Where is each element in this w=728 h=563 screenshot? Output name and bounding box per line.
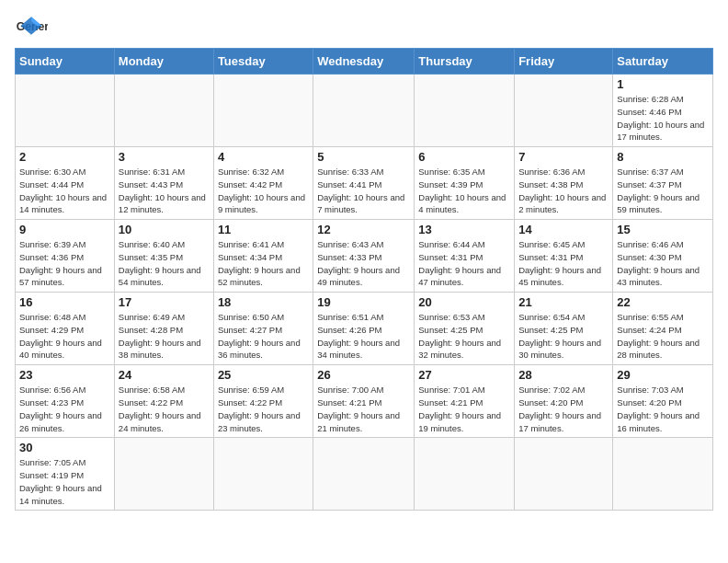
calendar-cell: 8Sunrise: 6:37 AM Sunset: 4:37 PM Daylig…	[613, 147, 713, 220]
day-info: Sunrise: 6:45 AM Sunset: 4:31 PM Dayligh…	[518, 238, 609, 289]
day-number: 7	[518, 150, 609, 164]
day-number: 2	[19, 150, 110, 164]
weekday-header-row: SundayMondayTuesdayWednesdayThursdayFrid…	[16, 49, 713, 75]
day-number: 28	[518, 368, 609, 382]
calendar-cell: 2Sunrise: 6:30 AM Sunset: 4:44 PM Daylig…	[16, 147, 115, 220]
calendar-cell: 13Sunrise: 6:44 AM Sunset: 4:31 PM Dayli…	[415, 220, 515, 293]
day-info: Sunrise: 6:58 AM Sunset: 4:22 PM Dayligh…	[119, 384, 210, 434]
day-number: 5	[317, 150, 410, 164]
day-number: 26	[317, 368, 410, 382]
calendar-cell: 1Sunrise: 6:28 AM Sunset: 4:46 PM Daylig…	[613, 75, 713, 147]
calendar-cell	[515, 438, 613, 511]
calendar-cell: 11Sunrise: 6:41 AM Sunset: 4:34 PM Dayli…	[213, 220, 313, 293]
calendar-cell: 29Sunrise: 7:03 AM Sunset: 4:20 PM Dayli…	[613, 365, 713, 438]
calendar-week-row: 30Sunrise: 7:05 AM Sunset: 4:19 PM Dayli…	[16, 438, 713, 511]
weekday-header-friday: Friday	[515, 49, 613, 75]
day-number: 8	[617, 150, 709, 164]
day-info: Sunrise: 6:37 AM Sunset: 4:37 PM Dayligh…	[617, 166, 709, 216]
day-number: 9	[19, 223, 110, 236]
weekday-header-wednesday: Wednesday	[313, 49, 415, 75]
calendar-cell	[213, 75, 313, 147]
calendar-cell	[313, 75, 415, 147]
day-info: Sunrise: 6:33 AM Sunset: 4:41 PM Dayligh…	[317, 166, 410, 216]
calendar-cell	[415, 438, 515, 511]
day-number: 25	[218, 368, 309, 382]
day-info: Sunrise: 6:48 AM Sunset: 4:29 PM Dayligh…	[19, 311, 110, 362]
weekday-header-sunday: Sunday	[16, 49, 115, 75]
logo: General	[15, 9, 51, 42]
calendar-cell: 9Sunrise: 6:39 AM Sunset: 4:36 PM Daylig…	[16, 220, 115, 293]
calendar-cell: 6Sunrise: 6:35 AM Sunset: 4:39 PM Daylig…	[415, 147, 515, 220]
day-info: Sunrise: 6:31 AM Sunset: 4:43 PM Dayligh…	[119, 166, 210, 216]
weekday-header-thursday: Thursday	[415, 49, 515, 75]
calendar-cell: 30Sunrise: 7:05 AM Sunset: 4:19 PM Dayli…	[16, 438, 115, 511]
calendar-cell: 27Sunrise: 7:01 AM Sunset: 4:21 PM Dayli…	[415, 365, 515, 438]
day-info: Sunrise: 6:36 AM Sunset: 4:38 PM Dayligh…	[518, 166, 609, 216]
calendar-cell: 16Sunrise: 6:48 AM Sunset: 4:29 PM Dayli…	[16, 293, 115, 365]
calendar-cell	[313, 438, 415, 511]
calendar-cell: 28Sunrise: 7:02 AM Sunset: 4:20 PM Dayli…	[515, 365, 613, 438]
day-number: 24	[119, 368, 210, 382]
calendar-cell: 7Sunrise: 6:36 AM Sunset: 4:38 PM Daylig…	[515, 147, 613, 220]
day-number: 15	[617, 223, 709, 236]
calendar-cell: 3Sunrise: 6:31 AM Sunset: 4:43 PM Daylig…	[114, 147, 213, 220]
calendar-cell: 19Sunrise: 6:51 AM Sunset: 4:26 PM Dayli…	[313, 293, 415, 365]
day-number: 22	[617, 295, 709, 309]
day-number: 1	[617, 77, 709, 91]
calendar-cell	[16, 75, 115, 147]
calendar-cell: 15Sunrise: 6:46 AM Sunset: 4:30 PM Dayli…	[613, 220, 713, 293]
day-info: Sunrise: 6:30 AM Sunset: 4:44 PM Dayligh…	[19, 166, 110, 216]
day-info: Sunrise: 6:55 AM Sunset: 4:24 PM Dayligh…	[617, 311, 709, 362]
day-number: 20	[418, 295, 510, 309]
logo-icon: General	[15, 9, 48, 42]
day-number: 12	[317, 223, 410, 236]
weekday-header-saturday: Saturday	[613, 49, 713, 75]
day-number: 18	[218, 295, 309, 309]
day-info: Sunrise: 7:00 AM Sunset: 4:21 PM Dayligh…	[317, 384, 410, 434]
calendar-cell	[515, 75, 613, 147]
calendar-week-row: 1Sunrise: 6:28 AM Sunset: 4:46 PM Daylig…	[16, 75, 713, 147]
calendar-cell: 12Sunrise: 6:43 AM Sunset: 4:33 PM Dayli…	[313, 220, 415, 293]
day-info: Sunrise: 7:02 AM Sunset: 4:20 PM Dayligh…	[518, 384, 609, 434]
calendar-cell	[415, 75, 515, 147]
day-info: Sunrise: 6:56 AM Sunset: 4:23 PM Dayligh…	[19, 384, 110, 434]
calendar-week-row: 9Sunrise: 6:39 AM Sunset: 4:36 PM Daylig…	[16, 220, 713, 293]
day-number: 23	[19, 368, 110, 382]
calendar-cell: 25Sunrise: 6:59 AM Sunset: 4:22 PM Dayli…	[213, 365, 313, 438]
calendar-cell: 22Sunrise: 6:55 AM Sunset: 4:24 PM Dayli…	[613, 293, 713, 365]
day-info: Sunrise: 6:35 AM Sunset: 4:39 PM Dayligh…	[418, 166, 510, 216]
day-info: Sunrise: 6:51 AM Sunset: 4:26 PM Dayligh…	[317, 311, 410, 362]
day-info: Sunrise: 6:41 AM Sunset: 4:34 PM Dayligh…	[218, 238, 309, 289]
day-number: 10	[119, 223, 210, 236]
calendar-week-row: 16Sunrise: 6:48 AM Sunset: 4:29 PM Dayli…	[16, 293, 713, 365]
day-info: Sunrise: 6:53 AM Sunset: 4:25 PM Dayligh…	[418, 311, 510, 362]
calendar-cell: 23Sunrise: 6:56 AM Sunset: 4:23 PM Dayli…	[16, 365, 115, 438]
day-info: Sunrise: 7:05 AM Sunset: 4:19 PM Dayligh…	[19, 456, 110, 507]
calendar-cell	[613, 438, 713, 511]
day-number: 11	[218, 223, 309, 236]
day-info: Sunrise: 7:03 AM Sunset: 4:20 PM Dayligh…	[617, 384, 709, 434]
day-number: 19	[317, 295, 410, 309]
calendar-cell: 17Sunrise: 6:49 AM Sunset: 4:28 PM Dayli…	[114, 293, 213, 365]
day-info: Sunrise: 7:01 AM Sunset: 4:21 PM Dayligh…	[418, 384, 510, 434]
day-info: Sunrise: 6:28 AM Sunset: 4:46 PM Dayligh…	[617, 93, 709, 144]
day-number: 21	[518, 295, 609, 309]
day-number: 29	[617, 368, 709, 382]
day-number: 16	[19, 295, 110, 309]
weekday-header-tuesday: Tuesday	[213, 49, 313, 75]
calendar-cell	[114, 438, 213, 511]
day-number: 27	[418, 368, 510, 382]
calendar-cell	[114, 75, 213, 147]
day-info: Sunrise: 6:49 AM Sunset: 4:28 PM Dayligh…	[119, 311, 210, 362]
day-info: Sunrise: 6:39 AM Sunset: 4:36 PM Dayligh…	[19, 238, 110, 289]
calendar-cell: 4Sunrise: 6:32 AM Sunset: 4:42 PM Daylig…	[213, 147, 313, 220]
calendar-cell: 21Sunrise: 6:54 AM Sunset: 4:25 PM Dayli…	[515, 293, 613, 365]
weekday-header-monday: Monday	[114, 49, 213, 75]
calendar-cell: 5Sunrise: 6:33 AM Sunset: 4:41 PM Daylig…	[313, 147, 415, 220]
day-info: Sunrise: 6:40 AM Sunset: 4:35 PM Dayligh…	[119, 238, 210, 289]
header: General	[15, 9, 713, 42]
day-info: Sunrise: 6:46 AM Sunset: 4:30 PM Dayligh…	[617, 238, 709, 289]
day-number: 4	[218, 150, 309, 164]
day-info: Sunrise: 6:54 AM Sunset: 4:25 PM Dayligh…	[518, 311, 609, 362]
calendar-cell: 20Sunrise: 6:53 AM Sunset: 4:25 PM Dayli…	[415, 293, 515, 365]
